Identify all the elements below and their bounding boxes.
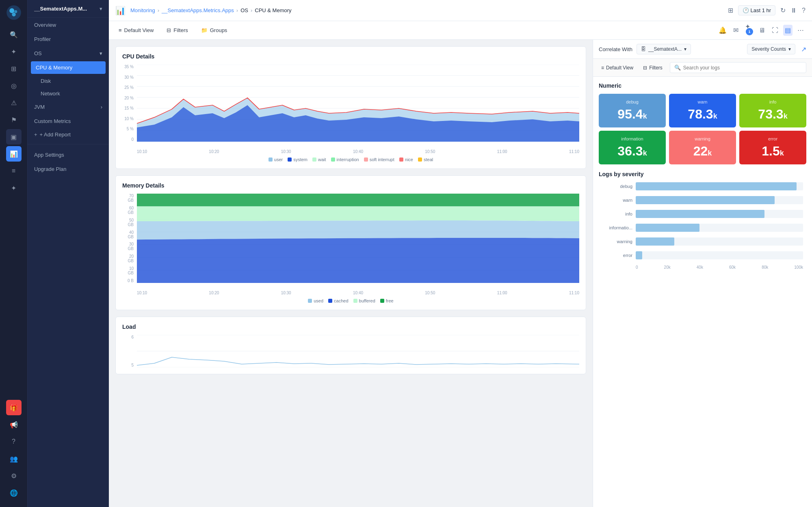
default-view-button[interactable]: ≡ Default View [115,26,157,35]
filters-button[interactable]: ⊟ Filters [163,26,191,35]
sidebar-item-upgrade-plan[interactable]: Upgrade Plan [28,162,109,176]
layout-icon[interactable]: ▤ [783,25,793,36]
rocket-icon[interactable]: ✦ [6,44,22,59]
bar-row-info: info [602,210,803,218]
legend-steal: steal [418,157,433,162]
sidebar-item-overview[interactable]: Overview [28,18,109,32]
log-search-input[interactable] [683,65,802,71]
bar-row-warning: warning [602,237,803,246]
toolbar: ≡ Default View ⊟ Filters 📁 Groups 🔔 ✉ ✦ … [109,21,812,40]
sidebar-item-network[interactable]: Network [28,87,109,100]
chart-icon[interactable]: 📊 [6,146,22,162]
sidebar-item-app-settings[interactable]: App Settings [28,148,109,162]
correlate-app-select[interactable]: 🗄 __SematextA... ▾ [637,44,691,54]
menu-icon2: ≡ [601,65,604,71]
warn-label: warn [676,99,730,104]
globe-icon[interactable]: ◎ [6,78,22,93]
memory-y-axis: 70 GB 60 GB 50 GB 40 GB 30 GB 20 GB 10 G… [122,194,135,283]
topbar-logo: 📊 [115,6,126,15]
severity-card-warn[interactable]: warn 78.3k [669,94,736,127]
breadcrumb-app[interactable]: __SematextApps.Metrics.Apps [162,7,234,13]
flag-icon[interactable]: ⚑ [6,112,22,127]
upgrade-plan-label: Upgrade Plan [34,166,67,172]
severity-card-error[interactable]: error 1.5k [739,131,806,164]
correlate-severity-select[interactable]: Severity Counts ▾ [747,44,795,54]
legend-user: user [269,157,283,162]
help-icon[interactable]: ? [6,434,22,449]
cpu-chart-area [137,65,579,142]
breadcrumb-page: CPU & Memory [255,7,291,13]
overview-label: Overview [34,22,56,28]
sidebar-item-profiler[interactable]: Profiler [28,32,109,46]
search-icon2: 🔍 [674,65,681,71]
cpu-memory-label: CPU & Memory [36,65,72,71]
numeric-section-title: Numeric [599,82,806,89]
sidebar-item-os[interactable]: OS ▾ [28,46,109,60]
sidebar-item-custom-metrics[interactable]: Custom Metrics [28,114,109,128]
box-icon[interactable]: ▣ [6,129,22,145]
groups-button[interactable]: 📁 Groups [198,26,231,35]
megaphone-icon[interactable]: 📢 [6,417,22,432]
load-chart-area: 6 5 [122,335,579,367]
nav-app-chevron[interactable]: ▾ [100,6,102,12]
breadcrumb-monitoring[interactable]: Monitoring [130,7,155,13]
breadcrumb-os: OS [240,7,248,13]
correlate-label: Correlate With [599,46,632,52]
sidebar-item-add-report[interactable]: + + Add Report [28,128,109,141]
warn-value: 78.3k [676,107,730,122]
grid-icon[interactable]: ⊞ [6,61,22,76]
memory-legend: used cached buffered free [122,298,579,303]
expand-icon[interactable]: ⛶ [770,25,780,36]
cpu-legend: user system wait interruption [122,157,579,162]
help-circle-icon[interactable]: ? [802,7,806,14]
right-default-view-button[interactable]: ≡ Default View [599,64,636,72]
error-label: error [746,136,800,141]
gift-icon[interactable]: 🎁 [6,400,22,415]
chevron-down-icon2: ▾ [788,46,791,52]
sidebar-item-jvm[interactable]: JVM › [28,100,109,114]
settings-icon[interactable]: ⚙ [6,468,22,483]
severity-card-warning[interactable]: warning 22k [669,131,736,164]
email-icon[interactable]: ✉ [732,25,740,36]
legend-free: free [380,298,394,303]
severity-grid: debug 95.4k warn 78.3k info [599,94,806,164]
app-logo[interactable] [6,5,22,20]
database-icon: 🗄 [641,46,646,52]
breadcrumb: Monitoring › __SematextApps.Metrics.Apps… [130,7,725,13]
list-icon[interactable]: ≡ [6,163,22,179]
severity-card-debug[interactable]: debug 95.4k [599,94,666,127]
log-search-wrapper[interactable]: 🔍 [670,62,806,73]
sidebar-item-cpu-memory[interactable]: CPU & Memory [31,61,106,74]
cpu-x-axis: 10:10 10:20 10:30 10:40 10:50 11:00 11:1… [137,149,579,154]
external-link-icon[interactable]: ↗ [801,45,806,53]
logs-bar-chart: debug warn info informatio... [599,182,806,270]
screen-icon[interactable]: 🖥 [757,25,767,36]
alert-icon[interactable]: ⚠ [6,95,22,110]
information-value: 36.3k [605,144,659,159]
users-icon[interactable]: 👥 [6,451,22,466]
bell-icon[interactable]: 🔔 [717,25,728,36]
globe2-icon[interactable]: 🌐 [6,485,22,501]
svg-point-1 [9,8,14,13]
magic-icon[interactable]: ✦ 1 [743,21,754,39]
main-area: 📊 Monitoring › __SematextApps.Metrics.Ap… [109,0,812,507]
error-value: 1.5k [746,144,800,159]
severity-card-info[interactable]: info 73.3k [739,94,806,127]
filter-icon: ⊟ [167,27,171,33]
refresh-icon[interactable]: ↻ [780,6,786,14]
time-range-selector[interactable]: 🕐 Last 1 hr [738,5,776,15]
debug-value: 95.4k [605,107,659,122]
more-options-icon[interactable]: ⋯ [796,25,806,36]
clock-icon: 🕐 [743,7,749,13]
sidebar-item-disk[interactable]: Disk [28,75,109,87]
apps-grid-icon[interactable]: ⊞ [728,6,733,14]
nav-app-header[interactable]: __SematextApps.M... ▾ [28,0,109,18]
add-report-icon: + [34,132,37,138]
right-filters-button[interactable]: ⊟ Filters [641,64,665,72]
search-icon[interactable]: 🔍 [6,27,22,42]
jvm-chevron: › [101,104,102,110]
pause-icon[interactable]: ⏸ [790,7,797,14]
toolbar-right: 🔔 ✉ ✦ 1 🖥 ⛶ ▤ ⋯ [717,21,806,39]
puzzle-icon[interactable]: ✦ [6,180,22,196]
severity-card-information[interactable]: information 36.3k [599,131,666,164]
